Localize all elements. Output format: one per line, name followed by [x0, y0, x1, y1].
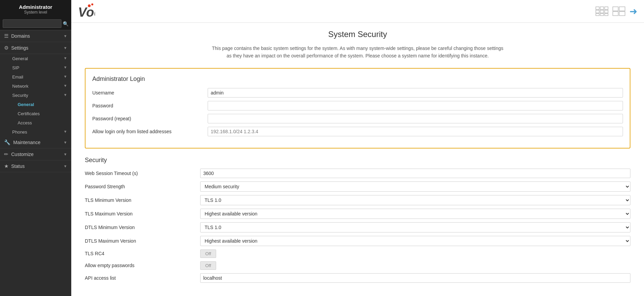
page-description: This page contains the basic system sett…	[85, 45, 630, 60]
sidebar-item-customize[interactable]: ✏ Customize ▼	[0, 149, 71, 160]
api-access-label: API access list	[85, 275, 200, 281]
sidebar-item-security-certificates[interactable]: Certificates	[0, 109, 71, 118]
sidebar-item-status[interactable]: ★ Status ▼	[0, 160, 71, 172]
tls-rc4-toggle[interactable]: Off	[200, 249, 216, 258]
svg-rect-5	[605, 7, 608, 10]
content-area: System Security This page contains the b…	[71, 23, 644, 296]
svg-point-2	[91, 3, 93, 5]
tls-max-row: TLS Maximum Version TLS 1.0 TLS 1.1 TLS …	[85, 209, 630, 219]
dtls-min-row: DTLS Minimum Version TLS 1.0 TLS 1.1 TLS…	[85, 222, 630, 232]
chevron-down-icon: ▼	[63, 34, 67, 38]
security-section: Security Web Session Timeout (s) Passwor…	[85, 157, 630, 283]
dtls-max-row: DTLS Maximum Version TLS 1.0 TLS 1.1 TLS…	[85, 236, 630, 246]
svg-rect-3	[596, 7, 599, 10]
sidebar-item-security-general[interactable]: General	[0, 100, 71, 109]
sidebar-item-domains[interactable]: ☰ Domains ▼	[0, 30, 71, 42]
sidebar: Administrator System level 🔍 ☰ Domains ▼…	[0, 0, 71, 296]
dtls-max-select[interactable]: TLS 1.0 TLS 1.1 TLS 1.2 Highest availabl…	[200, 236, 630, 246]
tls-min-row: TLS Minimum Version TLS 1.0 TLS 1.1 TLS …	[85, 195, 630, 205]
chevron-down-icon: ▼	[63, 164, 67, 168]
sidebar-header: Administrator System level	[0, 0, 71, 17]
chevron-down-icon: ▼	[63, 56, 67, 60]
chevron-down-icon: ▼	[63, 93, 67, 97]
search-icon[interactable]: 🔍	[63, 21, 69, 27]
topbar: Vodia	[71, 0, 644, 23]
password-repeat-field[interactable]	[208, 114, 623, 123]
svg-rect-6	[596, 10, 599, 13]
api-access-field[interactable]	[200, 273, 630, 283]
allow-empty-row: Allow empty passwords Off	[85, 261, 630, 270]
chevron-down-icon: ▼	[63, 129, 67, 134]
sidebar-item-maintenance[interactable]: 🔧 Maintenance ▼	[0, 137, 71, 149]
api-access-row: API access list	[85, 273, 630, 283]
sidebar-item-settings[interactable]: ⚙ Settings ▼	[0, 42, 71, 54]
vodia-logo: Vodia	[78, 3, 95, 20]
username-row: Username	[92, 88, 623, 98]
svg-point-1	[88, 4, 91, 7]
allow-login-field[interactable]	[208, 127, 623, 136]
svg-text:Vodia: Vodia	[78, 5, 95, 19]
tls-max-label: TLS Maximum Version	[85, 211, 200, 216]
password-repeat-row: Password (repeat)	[92, 114, 623, 123]
password-strength-select[interactable]: Low security Medium security High securi…	[200, 181, 630, 192]
web-session-field[interactable]	[200, 169, 630, 178]
status-icon: ★	[4, 163, 8, 169]
settings-icon: ⚙	[4, 45, 8, 51]
page-title: System Security	[85, 30, 630, 39]
grid-view-icon-1[interactable]	[595, 6, 608, 16]
svg-rect-15	[619, 12, 625, 16]
admin-login-title: Administrator Login	[92, 75, 623, 83]
tls-min-select[interactable]: TLS 1.0 TLS 1.1 TLS 1.2 TLS 1.3	[200, 195, 630, 205]
svg-rect-8	[605, 10, 608, 13]
sidebar-search-container: 🔍	[0, 17, 71, 30]
svg-rect-11	[605, 14, 608, 16]
chevron-down-icon: ▼	[63, 140, 67, 144]
sidebar-item-email[interactable]: Email ▼	[0, 72, 71, 82]
sidebar-item-network[interactable]: Network ▼	[0, 82, 71, 91]
web-session-row: Web Session Timeout (s)	[85, 169, 630, 178]
dtls-max-label: DTLS Maximum Version	[85, 238, 200, 244]
svg-rect-7	[600, 10, 604, 13]
allow-empty-toggle[interactable]: Off	[200, 261, 216, 270]
password-row: Password	[92, 101, 623, 110]
tls-rc4-row: TLS RC4 Off	[85, 249, 630, 258]
security-title: Security	[85, 157, 630, 164]
sidebar-item-general[interactable]: General ▼	[0, 54, 71, 63]
logout-button[interactable]: ➜	[629, 6, 637, 17]
svg-rect-10	[600, 14, 604, 16]
dtls-min-select[interactable]: TLS 1.0 TLS 1.1 TLS 1.2	[200, 222, 630, 232]
admin-title: Administrator	[3, 4, 68, 10]
chevron-down-icon: ▼	[63, 74, 67, 79]
tls-max-select[interactable]: TLS 1.0 TLS 1.1 TLS 1.2 Highest availabl…	[200, 209, 630, 219]
svg-rect-13	[619, 7, 625, 11]
customize-icon: ✏	[4, 151, 8, 157]
password-repeat-label: Password (repeat)	[92, 116, 208, 121]
grid-view-icon-2[interactable]	[612, 6, 625, 16]
vodia-logo-icon: Vodia	[78, 3, 95, 20]
password-strength-row: Password Strength Low security Medium se…	[85, 181, 630, 192]
allow-empty-label: Allow empty passwords	[85, 263, 200, 268]
dtls-min-label: DTLS Minimum Version	[85, 225, 200, 230]
allow-login-row: Allow login only from listed addresses	[92, 127, 623, 136]
username-label: Username	[92, 90, 208, 95]
tls-rc4-label: TLS RC4	[85, 251, 200, 256]
sidebar-item-security[interactable]: Security ▼	[0, 91, 71, 100]
sidebar-item-phones[interactable]: Phones ▼	[0, 127, 71, 137]
sidebar-item-sip[interactable]: SIP ▼	[0, 63, 71, 72]
svg-rect-4	[600, 7, 604, 10]
domains-icon: ☰	[4, 33, 8, 39]
chevron-down-icon: ▼	[63, 84, 67, 88]
sidebar-item-security-access[interactable]: Access	[0, 118, 71, 127]
svg-rect-9	[596, 14, 599, 16]
username-field[interactable]	[208, 88, 623, 98]
password-field[interactable]	[208, 101, 623, 110]
admin-login-box: Administrator Login Username Password Pa…	[85, 68, 630, 149]
password-strength-label: Password Strength	[85, 184, 200, 189]
main-area: Vodia	[71, 0, 644, 296]
web-session-label: Web Session Timeout (s)	[85, 171, 200, 176]
topbar-right: ➜	[595, 6, 637, 17]
svg-rect-12	[613, 7, 618, 11]
chevron-down-icon: ▼	[63, 65, 67, 69]
search-input[interactable]	[3, 19, 61, 28]
chevron-down-icon: ▼	[63, 46, 67, 50]
